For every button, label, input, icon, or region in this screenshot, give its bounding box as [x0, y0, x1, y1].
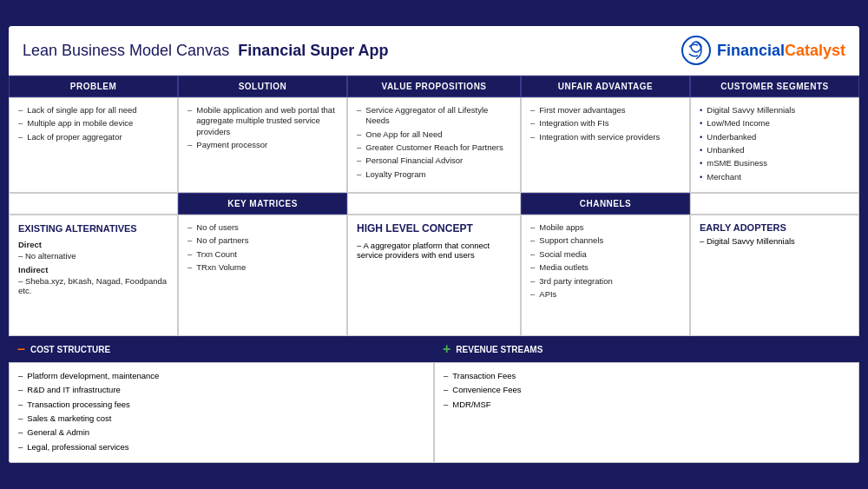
col-header-value-props: VALUE PROPOSITIONS [347, 76, 521, 97]
logo: FinancialCatalyst [681, 35, 845, 66]
existing-alt-title: EXISTING ALTERNATIVES [18, 222, 168, 235]
col-header-solution: SOLUTION [178, 76, 347, 97]
cs-cost-6: Legal, professional services [18, 441, 424, 453]
vp-item-4: Personal Financial Advisor [357, 155, 511, 166]
rs-item-2: Convenience Fees [444, 384, 850, 395]
sub-headers-row: KEY MATRICES CHANNELS [9, 193, 859, 215]
cost-sign: – [17, 341, 25, 357]
direct-item: – No alternative [18, 251, 168, 261]
ua-item-2: Integration with FIs [530, 118, 681, 129]
problem-item-3: Lack of proper aggregator [18, 132, 168, 142]
page-title: Lean Business Model Canvas Financial Sup… [23, 42, 389, 60]
col-header-problem: PROBLEM [9, 76, 178, 97]
revenue-streams-list: Transaction Fees Convenience Fees MDR/MS… [444, 370, 850, 410]
cs-cost-2: R&D and IT infrastructure [18, 384, 424, 395]
solution-item-1: Mobile application and web portal that a… [187, 105, 338, 137]
existing-alt-placeholder [9, 193, 178, 215]
problem-cell: Lack of single app for all need Multiple… [9, 97, 178, 193]
cs-item-4: Unbanked [700, 145, 850, 155]
existing-alternatives-cell: EXISTING ALTERNATIVES Direct – No altern… [9, 215, 178, 336]
canvas-body: PROBLEM SOLUTION VALUE PROPOSITIONS UNFA… [9, 76, 859, 463]
high-level-title: HIGH LEVEL CONCEPT [357, 222, 511, 236]
vp-item-3: Greater Customer Reach for Partners [357, 142, 511, 153]
col-header-unfair-advantage: UNFAIR ADVANTAGE [521, 76, 690, 97]
high-level-description: – A aggregator platform that connect ser… [357, 241, 511, 260]
cs-cost-4: Sales & marketing cost [18, 413, 424, 424]
vp-item-2: One App for all Need [357, 129, 511, 140]
cost-structure-title: COST STRUCTURE [30, 345, 110, 354]
indirect-label: Indirect [18, 265, 168, 274]
cost-structure-header: – COST STRUCTURE [9, 336, 434, 362]
channels-list: Mobile apps Support channels Social medi… [530, 222, 681, 300]
ch-item-4: Media outlets [530, 262, 681, 273]
sub-header-key-matrices: KEY MATRICES [178, 193, 347, 215]
logo-catalyst: Catalyst [785, 42, 845, 59]
key-matrices-list: No of users No of partners Trxn Count TR… [187, 222, 338, 273]
solution-cell: Mobile application and web portal that a… [178, 97, 347, 193]
logo-icon [681, 35, 712, 66]
ch-item-5: 3rd party integration [530, 276, 681, 287]
km-item-3: Trxn Count [187, 249, 338, 260]
early-adopters-title: EARLY ADOPTERS [700, 222, 850, 233]
ua-item-3: Integration with service providers [530, 132, 681, 142]
value-props-list: Service Aggregator of all Lifestyle Need… [357, 105, 511, 180]
problem-list: Lack of single app for all need Multiple… [18, 105, 168, 142]
solution-item-2: Payment processor [187, 140, 338, 150]
bottom-headers: – COST STRUCTURE + REVENUE STREAMS [9, 336, 859, 362]
km-item-4: TRxn Volume [187, 262, 338, 273]
early-adopters-cell: EARLY ADOPTERS – Digital Savvy Millennia… [690, 215, 859, 336]
rs-item-1: Transaction Fees [444, 370, 850, 381]
solution-list: Mobile application and web portal that a… [187, 105, 338, 150]
early-adopters-item: – Digital Savvy Millennials [700, 236, 850, 246]
vp-item-1: Service Aggregator of all Lifestyle Need… [357, 105, 511, 127]
canvas-wrapper: Lean Business Model Canvas Financial Sup… [9, 26, 859, 463]
unfair-advantage-cell: First mover advantages Integration with … [521, 97, 690, 193]
title-normal: Lean Business Model Canvas [23, 42, 229, 59]
problem-item-2: Multiple app in mobile device [18, 118, 168, 129]
key-matrices-cell: No of users No of partners Trxn Count TR… [178, 215, 347, 336]
cs-item-2: Low/Med Income [700, 118, 850, 129]
logo-text: FinancialCatalyst [717, 42, 845, 60]
logo-fin: Financial [717, 42, 785, 59]
km-item-1: No of users [187, 222, 338, 233]
indirect-item: – Sheba.xyz, bKash, Nagad, Foodpanda etc… [18, 276, 168, 295]
cs-item-5: mSME Business [700, 158, 850, 169]
cost-structure-content: Platform development, maintenance R&D an… [9, 362, 434, 463]
cs-item-3: Underbanked [700, 132, 850, 142]
direct-label: Direct [18, 240, 168, 249]
vp-item-5: Loyalty Program [357, 169, 511, 180]
channels-cell: Mobile apps Support channels Social medi… [521, 215, 690, 336]
cs-cost-5: General & Admin [18, 426, 424, 438]
col-header-customer-segments: CUSTOMER SEGMENTS [690, 76, 859, 97]
bottom-content-row: Platform development, maintenance R&D an… [9, 362, 859, 463]
ch-item-2: Support channels [530, 235, 681, 246]
customer-segments-list: Digital Savvy Millennials Low/Med Income… [700, 105, 850, 182]
cs-item-6: Merchant [700, 172, 850, 182]
value-props-cell: Service Aggregator of all Lifestyle Need… [347, 97, 521, 193]
title-bold: Financial Super App [238, 42, 388, 59]
row3-content: EXISTING ALTERNATIVES Direct – No altern… [9, 215, 859, 336]
cost-structure-list: Platform development, maintenance R&D an… [18, 370, 424, 453]
page-header: Lean Business Model Canvas Financial Sup… [9, 26, 859, 76]
rs-item-3: MDR/MSF [444, 399, 850, 410]
early-adopters-placeholder [690, 193, 859, 215]
ch-item-3: Social media [530, 249, 681, 260]
high-level-placeholder [347, 193, 521, 215]
high-level-cell: HIGH LEVEL CONCEPT – A aggregator platfo… [347, 215, 521, 336]
ch-item-6: APIs [530, 289, 681, 300]
ua-item-1: First mover advantages [530, 105, 681, 116]
revenue-streams-content: Transaction Fees Convenience Fees MDR/MS… [434, 362, 859, 463]
revenue-sign: + [443, 341, 450, 357]
unfair-advantage-list: First mover advantages Integration with … [530, 105, 681, 142]
ch-item-1: Mobile apps [530, 222, 681, 233]
cs-item-1: Digital Savvy Millennials [700, 105, 850, 116]
sub-header-channels: CHANNELS [521, 193, 690, 215]
cs-cost-1: Platform development, maintenance [18, 370, 424, 381]
column-headers-row: PROBLEM SOLUTION VALUE PROPOSITIONS UNFA… [9, 76, 859, 97]
cs-cost-3: Transaction processing fees [18, 399, 424, 410]
problem-item-1: Lack of single app for all need [18, 105, 168, 116]
main-content-row1: Lack of single app for all need Multiple… [9, 97, 859, 193]
revenue-streams-title: REVENUE STREAMS [456, 345, 542, 354]
km-item-2: No of partners [187, 235, 338, 246]
revenue-streams-header: + REVENUE STREAMS [434, 336, 859, 362]
